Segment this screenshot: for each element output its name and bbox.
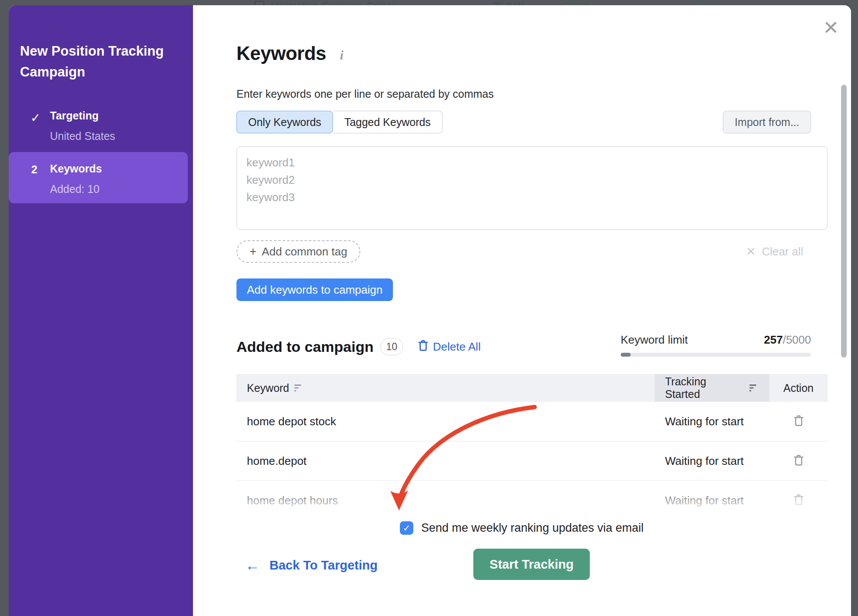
step-targeting-sub: United States — [50, 130, 115, 142]
keyword-limit-label: Keyword limit — [621, 333, 688, 347]
page-title: Keywords — [236, 43, 326, 64]
delete-all-button[interactable]: Delete All — [418, 339, 481, 354]
keyword-limit-total: /5000 — [783, 333, 811, 346]
sort-icon — [294, 382, 304, 394]
added-section-header: Added to campaign 10 Delete All — [236, 336, 481, 357]
row-keyword: home depot stock — [236, 415, 655, 428]
tab-tagged-keywords[interactable]: Tagged Keywords — [333, 111, 442, 133]
added-count-badge: 10 — [380, 338, 403, 355]
column-tracking-started[interactable]: Tracking Started — [655, 374, 769, 402]
clear-all-label: Clear all — [762, 245, 803, 258]
column-keyword[interactable]: Keyword — [236, 374, 655, 402]
added-section-title: Added to campaign — [236, 338, 373, 355]
email-updates-label: Send me weekly ranking updates via email — [421, 521, 644, 535]
sort-icon-active — [749, 382, 759, 394]
delete-row-icon[interactable] — [793, 454, 804, 468]
column-action: Action — [769, 374, 828, 402]
delete-row-icon[interactable] — [793, 414, 804, 428]
step-keywords-label: Keywords — [50, 162, 102, 175]
import-from-button[interactable]: Import from... — [723, 111, 811, 133]
keywords-subtitle: Enter keywords one per line or separated… — [236, 88, 494, 100]
keyword-limit-value: 257/5000 — [764, 333, 811, 347]
row-status: Waiting for start — [655, 454, 769, 468]
keyword-limit: Keyword limit 257/5000 — [621, 333, 811, 357]
table-row: home.depot Waiting for start — [236, 441, 828, 481]
row-keyword: home depot hours — [236, 494, 655, 507]
table-header: Keyword Tracking Started Action — [236, 374, 828, 402]
column-action-label: Action — [783, 382, 813, 394]
modal-footer: ✓ Send me weekly ranking updates via ema… — [193, 513, 851, 616]
tab-only-keywords[interactable]: Only Keywords — [236, 111, 333, 133]
back-to-targeting-link[interactable]: ← Back To Targeting — [245, 557, 378, 574]
step-number: 2 — [31, 163, 37, 176]
start-tracking-button[interactable]: Start Tracking — [473, 549, 590, 580]
keywords-panel: ✕ Keywords i Enter keywords one per line… — [193, 5, 851, 616]
add-keywords-button[interactable]: Add keywords to campaign — [236, 278, 393, 301]
row-status: Waiting for start — [655, 494, 769, 507]
row-keyword: home.depot — [236, 454, 655, 468]
keyword-limit-bar — [621, 353, 811, 357]
keyword-limit-used: 257 — [764, 333, 783, 346]
sidebar-item-targeting[interactable]: ✓ Targeting United States — [9, 109, 188, 149]
checkbox-checked-icon[interactable]: ✓ — [400, 521, 413, 535]
step-keywords-sub: Added: 10 — [50, 183, 100, 195]
column-tracking-label: Tracking Started — [665, 375, 744, 401]
scrollbar-thumb[interactable] — [841, 85, 847, 358]
sidebar-item-keywords[interactable]: 2 Keywords Added: 10 — [9, 152, 188, 203]
back-arrow-icon: ← — [245, 557, 260, 574]
plus-icon: + — [249, 245, 256, 258]
step-targeting-label: Targeting — [50, 109, 99, 122]
column-keyword-label: Keyword — [247, 382, 289, 394]
back-to-targeting-label: Back To Targeting — [269, 558, 378, 573]
delete-row-icon[interactable] — [793, 493, 804, 507]
email-updates-checkbox-row[interactable]: ✓ Send me weekly ranking updates via ema… — [400, 521, 644, 535]
wizard-title: New Position Tracking Campaign — [20, 41, 172, 83]
row-status: Waiting for start — [655, 415, 769, 428]
new-position-tracking-modal: New Position Tracking Campaign ✓ Targeti… — [9, 5, 851, 616]
keyword-limit-fill — [621, 353, 631, 357]
clear-all-button[interactable]: ✕ Clear all — [746, 245, 803, 258]
table-row: home depot stock Waiting for start — [236, 402, 828, 441]
clear-x-icon: ✕ — [746, 245, 756, 258]
info-icon[interactable]: i — [340, 48, 343, 63]
delete-all-label: Delete All — [433, 340, 481, 354]
placeholder-line: keyword2 — [246, 171, 818, 189]
add-common-tag-label: Add common tag — [262, 245, 347, 258]
add-common-tag-button[interactable]: + Add common tag — [236, 240, 360, 263]
placeholder-line: keyword1 — [246, 154, 818, 171]
keywords-textarea[interactable]: keyword1 keyword2 keyword3 — [236, 146, 828, 230]
check-icon: ✓ — [30, 111, 40, 125]
placeholder-line: keyword3 — [246, 189, 818, 206]
added-keywords-table: Keyword Tracking Started Action home dep… — [236, 374, 828, 520]
close-icon[interactable]: ✕ — [823, 18, 839, 37]
trash-icon — [418, 339, 429, 354]
keywords-tabs: Only Keywords Tagged Keywords — [236, 111, 442, 133]
wizard-sidebar: New Position Tracking Campaign ✓ Targeti… — [9, 5, 193, 616]
